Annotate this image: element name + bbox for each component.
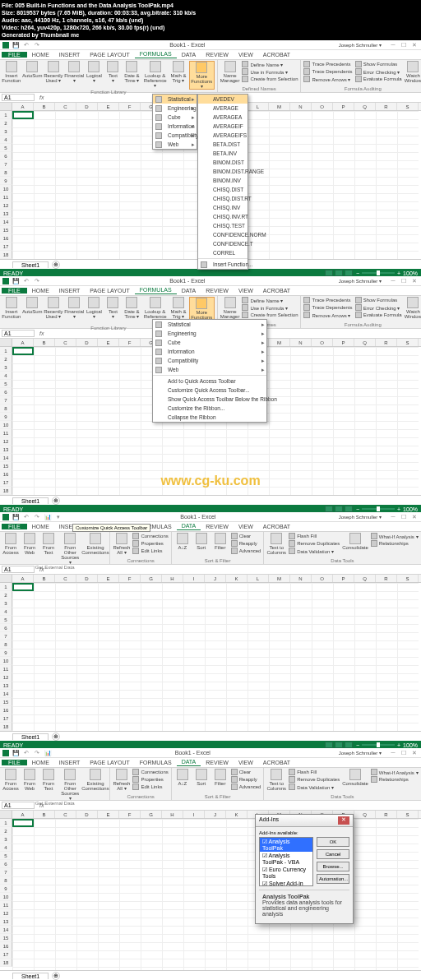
tab-formulas[interactable]: FORMULAS [135,287,177,294]
tab-acrobat[interactable]: ACROBAT [258,52,295,58]
zoom-slider[interactable] [362,508,395,510]
tab-view[interactable]: VIEW [234,52,258,58]
view-layout[interactable] [335,742,343,748]
ribbon-small-btn[interactable]: Trace Dependents [303,68,352,75]
ribbon-small-btn[interactable]: Error Checking ▾ [355,304,402,311]
row-header[interactable]: 13 [0,918,12,926]
menu-item[interactable]: CHISQ.DIST [198,185,248,194]
col-header[interactable]: H [162,575,183,582]
row-header[interactable]: 18 [0,959,12,967]
row-header[interactable]: 4 [0,136,12,144]
row-header[interactable]: 16 [0,706,12,714]
menu-item[interactable]: Engineering▸ [153,329,266,338]
menu-item[interactable]: Web▸ [153,140,197,149]
undo-icon[interactable]: ↶ [22,42,30,49]
ribbon-btn[interactable]: AutoSum [23,297,42,314]
ribbon-small-btn[interactable]: Reapply [231,776,261,783]
name-box[interactable]: A1 [2,566,35,573]
col-header[interactable]: B [34,575,55,582]
row-header[interactable]: 6 [0,860,12,868]
col-header[interactable]: S [397,811,419,818]
col-header[interactable]: P [333,339,354,346]
context-menu-item[interactable]: Customize the Ribbon... [153,404,266,413]
row-header[interactable]: 7 [0,160,12,169]
ribbon-small-btn[interactable]: Clear [231,533,261,539]
col-header[interactable]: J [205,575,226,582]
ribbon-small-btn[interactable]: Advanced [231,784,261,790]
row-header[interactable]: 5 [0,616,12,624]
col-header[interactable]: G [141,575,162,582]
row-header[interactable]: 5 [0,380,12,388]
tab-view[interactable]: VIEW [234,288,258,294]
col-header[interactable]: A [12,575,34,582]
zoom-slider[interactable] [362,272,395,274]
ribbon-btn[interactable]: Date &Time ▾ [123,297,140,319]
ribbon-small-btn[interactable]: Clear [231,769,261,775]
tab-file[interactable]: FILE [2,524,27,529]
col-header[interactable]: B [34,103,55,110]
chart-icon[interactable]: 📊 [44,750,52,756]
ribbon-small-btn[interactable]: Use in Formula ▾ [242,68,298,75]
view-normal[interactable] [325,270,333,276]
tab-view[interactable]: VIEW [234,760,258,765]
menu-item[interactable]: BINOM.DIST [198,158,248,167]
ribbon-small-btn[interactable]: Edit Links [132,548,168,554]
view-layout[interactable] [335,270,343,276]
col-header[interactable]: Q [354,575,376,582]
row-header[interactable]: 18 [0,723,12,731]
col-header[interactable]: O [312,339,333,346]
col-header[interactable]: A [12,339,34,346]
tab-review[interactable]: REVIEW [201,288,234,294]
dialog-close-button[interactable]: ✕ [338,816,349,825]
row-header[interactable]: 5 [0,852,12,860]
col-header[interactable]: D [76,575,98,582]
ribbon-btn[interactable]: From OtherSources ▾ [59,533,81,565]
ribbon-btn[interactable]: Lookup &Reference ▾ [142,61,167,88]
close-button[interactable]: ✕ [410,750,419,756]
menu-item[interactable]: CHISQ.TEST [198,221,248,230]
row-header[interactable]: 1 [0,111,12,119]
ribbon-btn[interactable]: Filter [212,769,229,786]
view-break[interactable] [345,742,353,748]
user-name[interactable]: Joseph Schmuller ▾ [334,514,386,520]
col-header[interactable]: G [141,811,162,818]
row-header[interactable]: 15 [0,226,12,234]
close-button[interactable]: ✕ [410,278,419,284]
tab-home[interactable]: HOME [27,524,54,529]
row-header[interactable]: 1 [0,347,12,355]
ribbon-btn[interactable]: InsertFunction [2,61,21,83]
row-header[interactable]: 8 [0,169,12,177]
tab-page-layout[interactable]: PAGE LAYOUT [85,760,134,765]
menu-item[interactable]: AVERAGEA [198,113,248,122]
ribbon-small-btn[interactable]: Trace Dependents [303,304,352,311]
menu-item[interactable]: Statistical▸ [153,320,266,329]
ribbon-btn[interactable]: Consolidate [342,769,368,786]
save-icon[interactable]: 💾 [12,514,20,520]
selected-cell[interactable] [12,583,34,591]
ribbon-btn[interactable]: Logical▾ [86,297,102,319]
zoom-slider[interactable] [362,744,395,746]
user-name[interactable]: Joseph Schmuller ▾ [334,278,386,284]
row-header[interactable]: 3 [0,127,12,136]
col-header[interactable]: S [397,339,419,346]
watch-window[interactable]: WatchWindow [405,297,421,319]
col-header[interactable]: F [119,103,141,110]
row-header[interactable]: 18 [0,487,12,495]
insert-function-item[interactable]: Insert Function... [198,260,248,269]
close-button[interactable]: ✕ [410,514,419,520]
ribbon-small-btn[interactable]: Evaluate Formula [355,76,402,82]
col-header[interactable]: D [76,339,98,346]
col-header[interactable]: R [376,575,397,582]
row-header[interactable]: 13 [0,446,12,454]
col-header[interactable]: H [162,811,183,818]
ribbon-btn[interactable]: FromAccess [2,769,19,791]
name-box[interactable]: A1 [2,802,35,809]
row-header[interactable]: 17 [0,714,12,723]
undo-icon[interactable]: ↶ [22,750,30,756]
tab-review[interactable]: REVIEW [201,760,234,765]
row-header[interactable]: 4 [0,372,12,380]
ribbon-small-btn[interactable]: Remove Duplicates [289,776,340,783]
tab-home[interactable]: HOME [27,288,54,294]
tab-view[interactable]: VIEW [234,524,258,529]
row-header[interactable]: 12 [0,437,12,446]
